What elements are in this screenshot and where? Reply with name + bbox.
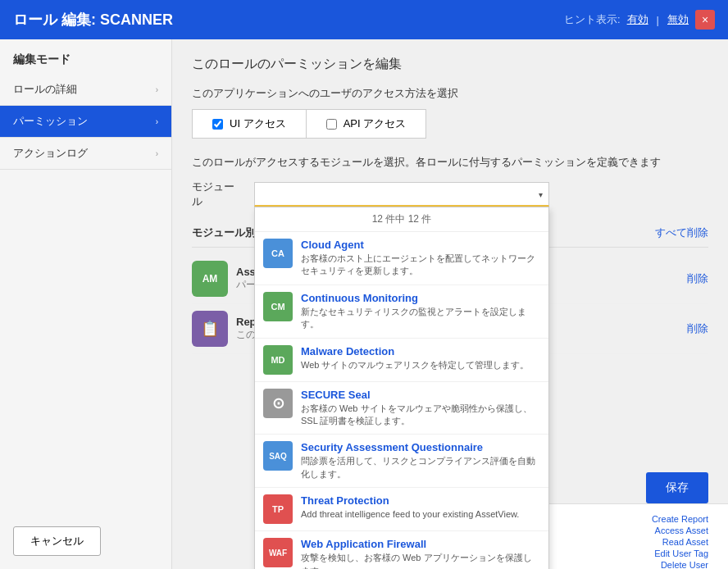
module-select-container: ▾ 12 件中 12 件 CA Cloud Agent お客様のホスト上にエージ… (254, 182, 549, 207)
content-title: このロールのパーミッションを編集 (192, 56, 708, 73)
cm-desc: 新たなセキュリティリスクの監視とアラートを設定します。 (301, 306, 540, 331)
cm-title: Continuous Monitoring (301, 292, 540, 304)
md-icon: MD (263, 345, 293, 375)
sidebar-item-label: ロールの詳細 (13, 82, 77, 97)
access-options: UI アクセス API アクセス (192, 109, 708, 139)
waf-icon: WAF (263, 538, 293, 567)
sidebar-heading: 編集モード (0, 39, 171, 74)
access-asset-link[interactable]: Access Asset (652, 526, 708, 535)
am-delete-link[interactable]: 削除 (687, 271, 708, 286)
secure-seal-desc: お客様の Web サイトをマルウェアや脆弱性から保護し、SSL 証明書を検証しま… (301, 403, 540, 428)
access-method-label: このアプリケーションへのユーザのアクセス方法を選択 (192, 86, 708, 101)
ui-access-checkbox[interactable] (212, 119, 223, 130)
hint-active-link[interactable]: 有効 (627, 12, 648, 27)
dropdown-item-md[interactable]: MD Malware Detection Web サイトのマルウェアリスクを特定… (255, 339, 548, 382)
tp-title: Threat Protection (301, 494, 519, 507)
module-section-label: このロールがアクセスするモジュールを選択。各ロールに付与するパーミッションを定義… (192, 155, 708, 170)
edit-user-tag-link[interactable]: Edit User Tag (652, 549, 708, 558)
dropdown-count: 12 件中 12 件 (255, 207, 548, 232)
cancel-button[interactable]: キャンセル (13, 526, 101, 556)
dropdown-item-saq[interactable]: SAQ Security Assessment Questionnaire 問診… (255, 435, 548, 488)
main-layout: 編集モード ロールの詳細 › パーミッション › アクションログ › キャンセル… (0, 39, 728, 569)
dropdown-item-tp[interactable]: TP Threat Protection Add threat intellig… (255, 488, 548, 531)
ui-access-option[interactable]: UI アクセス (192, 109, 306, 139)
api-access-label: API アクセス (344, 116, 407, 131)
saq-title: Security Assessment Questionnaire (301, 441, 540, 453)
page-title: ロール 編集: SCANNER (13, 10, 173, 30)
sidebar-item-label: アクションログ (13, 146, 88, 161)
report-delete-link[interactable]: 削除 (687, 321, 708, 336)
dropdown-item-waf[interactable]: WAF Web Application Firewall 攻撃を検知し、お客様の… (255, 531, 548, 569)
chevron-icon: › (156, 85, 158, 94)
tp-desc: Add threat intelligence feed to your exi… (301, 508, 519, 521)
hint-separator: | (657, 14, 659, 26)
report-icon: 📋 (192, 311, 228, 347)
tp-icon: TP (263, 494, 293, 524)
content-area: このロールのパーミッションを編集 このアプリケーションへのユーザのアクセス方法を… (172, 39, 728, 569)
sidebar-item-action-log[interactable]: アクションログ › (0, 138, 171, 170)
sidebar-item-permission[interactable]: パーミッション › (0, 106, 171, 138)
title-bar: ロール 編集: SCANNER ヒント表示: 有効 | 無効 × (0, 0, 728, 39)
bottom-right-links: Create Report Access Asset Read Asset Ed… (652, 514, 708, 569)
ca-title: Cloud Agent (301, 239, 540, 251)
create-report-link[interactable]: Create Report (652, 514, 708, 524)
module-input[interactable] (254, 182, 549, 207)
ca-icon: CA (263, 239, 293, 268)
hint-label: ヒント表示: (564, 12, 621, 27)
dropdown-item-ca[interactable]: CA Cloud Agent お客様のホスト上にエージェントを配置してネットワー… (255, 232, 548, 285)
save-button[interactable]: 保存 (646, 472, 708, 503)
delete-user-link[interactable]: Delete User (652, 560, 708, 569)
hint-inactive-link[interactable]: 無効 (667, 12, 689, 27)
md-desc: Web サイトのマルウェアリスクを特定して管理します。 (301, 359, 529, 371)
saq-icon: SAQ (263, 441, 293, 471)
waf-desc: 攻撃を検知し、お客様の Web アプリケーションを保護します。 (301, 552, 540, 569)
sidebar-item-role-detail[interactable]: ロールの詳細 › (0, 74, 171, 106)
secure-seal-title: SECURE Seal (301, 389, 540, 401)
read-asset-link[interactable]: Read Asset (652, 537, 708, 547)
sidebar: 編集モード ロールの詳細 › パーミッション › アクションログ › キャンセル (0, 39, 172, 569)
module-row: モジュール ▾ 12 件中 12 件 CA Cloud Agent お客様のホス… (192, 180, 708, 209)
ui-access-label: UI アクセス (230, 116, 286, 131)
dropdown-item-secure-seal[interactable]: ⊙ SECURE Seal お客様の Web サイトをマルウェアや脆弱性から保護… (255, 382, 548, 435)
api-access-option[interactable]: API アクセス (306, 109, 427, 139)
am-icon: AM (192, 261, 228, 297)
sidebar-bottom: キャンセル (0, 513, 172, 569)
module-dropdown-list: 12 件中 12 件 CA Cloud Agent お客様のホスト上にエージェン… (254, 207, 549, 569)
md-title: Malware Detection (301, 345, 529, 357)
delete-all-link[interactable]: すべて削除 (655, 225, 708, 240)
waf-title: Web Application Firewall (301, 538, 540, 550)
title-bar-right: ヒント表示: 有効 | 無効 × (564, 10, 715, 30)
dropdown-item-cm[interactable]: CM Continuous Monitoring 新たなセキュリティリスクの監視… (255, 285, 548, 339)
close-button[interactable]: × (695, 10, 715, 30)
secure-seal-icon: ⊙ (263, 389, 293, 418)
sidebar-item-label: パーミッション (13, 114, 88, 129)
chevron-icon: › (156, 149, 158, 158)
ca-desc: お客様のホスト上にエージェントを配置してネットワークセキュリティを更新します。 (301, 253, 540, 278)
chevron-icon: › (156, 117, 158, 126)
cm-icon: CM (263, 292, 293, 321)
api-access-checkbox[interactable] (326, 119, 337, 130)
module-label: モジュール (192, 180, 241, 209)
saq-desc: 問診票を活用して、リスクとコンプライアンス評価を自動化します。 (301, 455, 540, 480)
